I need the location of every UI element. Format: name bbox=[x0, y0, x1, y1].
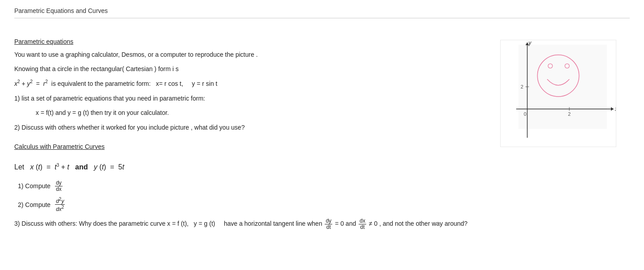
discuss3-frac1: dy dt bbox=[325, 218, 332, 230]
discuss3-frac2: dx dt bbox=[359, 218, 366, 230]
svg-text:0: 0 bbox=[524, 111, 527, 117]
graph-svg: x y 0 2 2 bbox=[501, 40, 616, 147]
formula-circle-text: x2 + y2 = r2 is equivalent to the parame… bbox=[14, 80, 217, 87]
svg-text:x: x bbox=[615, 106, 616, 112]
compute2-numerator: d2y bbox=[55, 197, 65, 205]
discuss3-end: ≠ 0 , and not the other way around? bbox=[369, 219, 468, 229]
compute2-denominator: dx2 bbox=[55, 205, 65, 212]
discuss3-frac2-num: dx bbox=[359, 218, 366, 224]
para2: Knowing that a circle in the rectangular… bbox=[14, 64, 469, 74]
svg-text:2: 2 bbox=[568, 111, 571, 117]
content-area: Parametric equations You want to use a g… bbox=[14, 31, 630, 234]
compute1-label: 1) Compute bbox=[18, 182, 50, 190]
svg-text:2: 2 bbox=[521, 84, 523, 89]
discuss3-frac1-den: dt bbox=[326, 224, 332, 230]
page-title: Parametric Equations and Curves bbox=[14, 7, 630, 18]
left-content: Parametric equations You want to use a g… bbox=[14, 31, 487, 234]
discuss3-frac2-den: dt bbox=[360, 224, 366, 230]
compute1-fraction: dy dx bbox=[55, 180, 63, 192]
para1: You want to use a graphing calculator, D… bbox=[14, 50, 469, 59]
compute2-fraction: d2y dx2 bbox=[55, 197, 65, 212]
compute1-line: 1) Compute dy dx bbox=[18, 180, 469, 192]
discuss3-prefix: 3) Discuss with others: Why does the par… bbox=[14, 219, 322, 229]
page-container: Parametric Equations and Curves Parametr… bbox=[0, 0, 644, 245]
right-content: x y 0 2 2 bbox=[487, 31, 630, 234]
para4: 2) Discuss with others whether it worked… bbox=[14, 122, 469, 132]
discuss3-frac1-num: dy bbox=[325, 218, 332, 224]
compute2-label: 2) Compute bbox=[18, 201, 50, 208]
svg-rect-1 bbox=[519, 45, 607, 129]
compute1-denominator: dx bbox=[55, 186, 63, 192]
section1-heading: Parametric equations bbox=[14, 38, 469, 45]
compute1-numerator: dy bbox=[55, 180, 63, 186]
compute2-line: 2) Compute d2y dx2 bbox=[18, 197, 469, 212]
svg-text:y: y bbox=[528, 40, 532, 46]
indented1: x = f(t) and y = g (t) then try it on yo… bbox=[36, 108, 469, 118]
discuss3-line: 3) Discuss with others: Why does the par… bbox=[14, 218, 469, 230]
section2-heading: Calculus with Parametric Curves bbox=[14, 143, 469, 150]
let-line: Let x (t) = t3 + t and y (t) = 5t bbox=[14, 161, 469, 174]
discuss3-mid: = 0 and bbox=[335, 219, 356, 229]
para3: 1) list a set of parametric equations th… bbox=[14, 93, 469, 103]
graph-container: x y 0 2 2 bbox=[500, 40, 616, 147]
formula-circle: x2 + y2 = r2 is equivalent to the parame… bbox=[14, 79, 469, 89]
